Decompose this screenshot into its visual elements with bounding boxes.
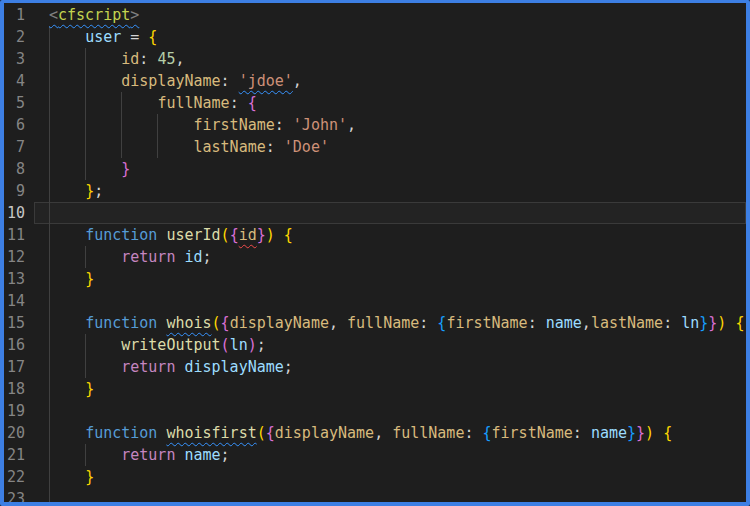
code-token: { <box>221 314 230 332</box>
code-line[interactable]: 13 } <box>4 268 746 290</box>
code-line-content[interactable]: displayName: 'jdoe', <box>34 70 746 92</box>
code-line-content[interactable]: function userId({id}) { <box>34 224 746 246</box>
indent-guide <box>49 400 50 422</box>
line-number[interactable]: 15 <box>4 312 34 334</box>
code-token: , <box>329 314 347 332</box>
code-line[interactable]: 1<cfscript> <box>4 4 746 26</box>
code-line[interactable]: 6 firstName: 'John', <box>4 114 746 136</box>
code-line-content[interactable]: } <box>34 158 746 180</box>
line-number[interactable]: 6 <box>4 114 34 136</box>
code-token: lastName <box>194 138 266 156</box>
code-line-content[interactable]: user = { <box>34 26 746 48</box>
code-token: displayName <box>275 424 374 442</box>
line-number[interactable]: 19 <box>4 400 34 422</box>
code-line-content[interactable]: return id; <box>34 246 746 268</box>
code-line[interactable]: 20 function whoisfirst({displayName, ful… <box>4 422 746 444</box>
code-line-content[interactable]: id: 45, <box>34 48 746 70</box>
indent-spaces <box>49 336 121 354</box>
code-editor[interactable]: 1<cfscript>2 user = {3 id: 45,4 displayN… <box>4 4 746 502</box>
line-number[interactable]: 12 <box>4 246 34 268</box>
code-token: } <box>708 314 717 332</box>
line-number[interactable]: 22 <box>4 466 34 488</box>
line-number[interactable]: 20 <box>4 422 34 444</box>
code-line-content[interactable]: firstName: 'John', <box>34 114 746 136</box>
code-line-content[interactable]: } <box>34 378 746 400</box>
code-line[interactable]: 5 fullName: { <box>4 92 746 114</box>
code-token: ; <box>257 336 266 354</box>
code-line-content[interactable]: function whois({displayName, fullName: {… <box>34 312 746 334</box>
code-token: userId <box>166 226 220 244</box>
code-text: <cfscript> <box>49 6 139 24</box>
line-number[interactable]: 2 <box>4 26 34 48</box>
code-token: ( <box>221 226 230 244</box>
code-token: { <box>266 424 275 442</box>
code-line-content[interactable]: return name; <box>34 444 746 466</box>
code-line-content[interactable] <box>34 488 746 506</box>
code-line-content[interactable] <box>34 290 746 312</box>
line-number[interactable]: 17 <box>4 356 34 378</box>
code-line[interactable]: 18 } <box>4 378 746 400</box>
code-line-content[interactable]: lastName: 'Doe' <box>34 136 746 158</box>
code-line-content[interactable]: }; <box>34 180 746 202</box>
line-number[interactable]: 9 <box>4 180 34 202</box>
code-line[interactable]: 15 function whois({displayName, fullName… <box>4 312 746 334</box>
code-token: { <box>148 28 157 46</box>
code-line-content[interactable]: return displayName; <box>34 356 746 378</box>
code-line[interactable]: 2 user = { <box>4 26 746 48</box>
line-number[interactable]: 1 <box>4 4 34 26</box>
line-number[interactable]: 14 <box>4 290 34 312</box>
line-number[interactable]: 5 <box>4 92 34 114</box>
code-line-content[interactable]: fullName: { <box>34 92 746 114</box>
code-line[interactable]: 7 lastName: 'Doe' <box>4 136 746 158</box>
code-line-active[interactable]: 10 <box>4 202 746 224</box>
line-number[interactable]: 18 <box>4 378 34 400</box>
code-line[interactable]: 14 <box>4 290 746 312</box>
indent-spaces <box>49 358 121 376</box>
line-number[interactable]: 10 <box>4 202 34 224</box>
code-line[interactable]: 8 } <box>4 158 746 180</box>
code-line[interactable]: 12 return id; <box>4 246 746 268</box>
code-line[interactable]: 22 } <box>4 466 746 488</box>
code-line-content[interactable]: } <box>34 466 746 488</box>
code-token: = <box>121 28 148 46</box>
code-line[interactable]: 4 displayName: 'jdoe', <box>4 70 746 92</box>
code-token: ln <box>681 314 699 332</box>
indent-spaces <box>49 116 194 134</box>
line-number[interactable]: 3 <box>4 48 34 70</box>
code-line-content[interactable]: <cfscript> <box>34 4 746 26</box>
code-token: : <box>275 116 293 134</box>
line-number[interactable]: 13 <box>4 268 34 290</box>
code-line[interactable]: 21 return name; <box>4 444 746 466</box>
line-number[interactable]: 7 <box>4 136 34 158</box>
code-token: return <box>121 446 175 464</box>
code-token: displayName <box>121 72 220 90</box>
code-token: , <box>374 424 392 442</box>
line-number[interactable]: 11 <box>4 224 34 246</box>
code-token: fullName <box>392 424 464 442</box>
code-line[interactable]: 23 <box>4 488 746 506</box>
code-line[interactable]: 17 return displayName; <box>4 356 746 378</box>
code-line[interactable]: 11 function userId({id}) { <box>4 224 746 246</box>
code-token-squiggle-blue: < <box>49 6 58 24</box>
indent-spaces <box>49 270 85 288</box>
code-line[interactable]: 19 <box>4 400 746 422</box>
line-number[interactable]: 21 <box>4 444 34 466</box>
code-token-squiggle-blue: whoisfirst <box>166 424 256 442</box>
code-line-content[interactable] <box>34 400 746 422</box>
code-line[interactable]: 3 id: 45, <box>4 48 746 70</box>
code-token: } <box>627 424 636 442</box>
code-token: : <box>573 424 591 442</box>
line-number[interactable]: 23 <box>4 488 34 506</box>
line-number[interactable]: 8 <box>4 158 34 180</box>
code-token: writeOutput <box>121 336 220 354</box>
code-line-content[interactable] <box>34 202 746 224</box>
code-line[interactable]: 16 writeOutput(ln); <box>4 334 746 356</box>
line-number[interactable]: 4 <box>4 70 34 92</box>
code-token: } <box>85 380 94 398</box>
code-line-content[interactable]: } <box>34 268 746 290</box>
code-line[interactable]: 9 }; <box>4 180 746 202</box>
code-line-content[interactable]: writeOutput(ln); <box>34 334 746 356</box>
code-line-content[interactable]: function whoisfirst({displayName, fullNa… <box>34 422 746 444</box>
code-text: return displayName; <box>49 358 293 376</box>
line-number[interactable]: 16 <box>4 334 34 356</box>
